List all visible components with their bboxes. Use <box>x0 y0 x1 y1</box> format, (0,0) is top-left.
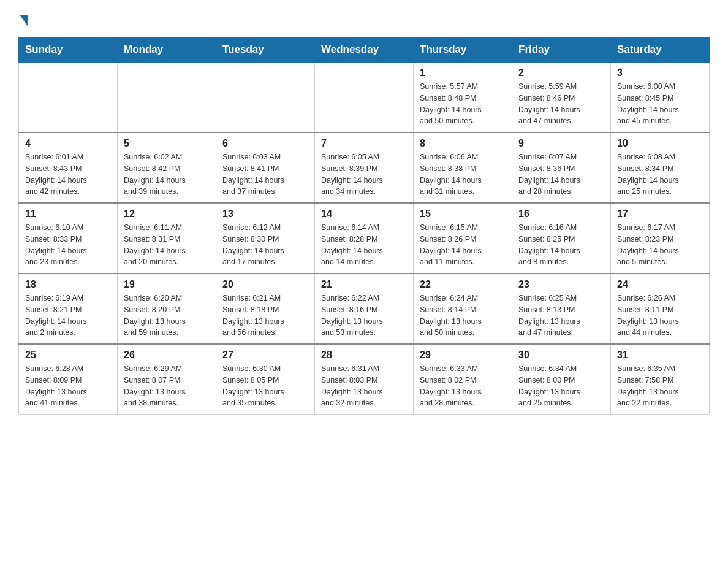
day-info: Sunrise: 6:35 AM Sunset: 7:58 PM Dayligh… <box>617 363 703 409</box>
day-number: 18 <box>25 279 111 290</box>
day-info: Sunrise: 6:22 AM Sunset: 8:16 PM Dayligh… <box>321 293 407 339</box>
weekday-header-wednesday: Wednesday <box>315 37 414 63</box>
day-number: 1 <box>420 67 506 79</box>
calendar-cell: 24Sunrise: 6:26 AM Sunset: 8:11 PM Dayli… <box>611 274 710 344</box>
calendar-cell: 21Sunrise: 6:22 AM Sunset: 8:16 PM Dayli… <box>315 274 414 344</box>
day-number: 7 <box>321 138 407 149</box>
calendar-cell: 29Sunrise: 6:33 AM Sunset: 8:02 PM Dayli… <box>414 344 512 415</box>
day-number: 24 <box>617 279 703 290</box>
calendar-cell: 19Sunrise: 6:20 AM Sunset: 8:20 PM Dayli… <box>118 274 216 344</box>
day-info: Sunrise: 6:29 AM Sunset: 8:07 PM Dayligh… <box>124 363 210 409</box>
calendar-cell <box>315 63 414 133</box>
day-info: Sunrise: 6:14 AM Sunset: 8:28 PM Dayligh… <box>321 222 407 268</box>
calendar-cell: 26Sunrise: 6:29 AM Sunset: 8:07 PM Dayli… <box>118 344 216 415</box>
day-number: 21 <box>321 279 407 290</box>
day-number: 11 <box>25 209 111 220</box>
calendar-week-1: 1Sunrise: 5:57 AM Sunset: 8:48 PM Daylig… <box>19 63 710 133</box>
calendar-cell: 31Sunrise: 6:35 AM Sunset: 7:58 PM Dayli… <box>611 344 710 415</box>
weekday-header-saturday: Saturday <box>611 37 710 63</box>
day-number: 15 <box>420 209 506 220</box>
day-number: 9 <box>518 138 604 149</box>
calendar-week-3: 11Sunrise: 6:10 AM Sunset: 8:33 PM Dayli… <box>19 203 710 274</box>
day-info: Sunrise: 6:02 AM Sunset: 8:42 PM Dayligh… <box>124 151 210 197</box>
day-info: Sunrise: 6:00 AM Sunset: 8:45 PM Dayligh… <box>617 81 703 127</box>
day-number: 26 <box>124 350 210 361</box>
calendar-cell: 23Sunrise: 6:25 AM Sunset: 8:13 PM Dayli… <box>512 274 611 344</box>
day-info: Sunrise: 6:15 AM Sunset: 8:26 PM Dayligh… <box>420 222 506 268</box>
day-number: 12 <box>124 209 210 220</box>
weekday-header-friday: Friday <box>512 37 611 63</box>
day-number: 23 <box>518 279 604 290</box>
day-info: Sunrise: 6:17 AM Sunset: 8:23 PM Dayligh… <box>617 222 703 268</box>
header <box>18 12 710 27</box>
logo <box>18 12 28 27</box>
day-number: 5 <box>124 138 210 149</box>
calendar-table: SundayMondayTuesdayWednesdayThursdayFrid… <box>18 37 710 415</box>
weekday-header-row: SundayMondayTuesdayWednesdayThursdayFrid… <box>19 37 710 63</box>
day-info: Sunrise: 5:59 AM Sunset: 8:46 PM Dayligh… <box>518 81 604 127</box>
day-info: Sunrise: 6:05 AM Sunset: 8:39 PM Dayligh… <box>321 151 407 197</box>
day-number: 6 <box>222 138 308 149</box>
calendar-cell: 4Sunrise: 6:01 AM Sunset: 8:43 PM Daylig… <box>19 132 118 203</box>
day-info: Sunrise: 6:01 AM Sunset: 8:43 PM Dayligh… <box>25 151 111 197</box>
calendar-cell: 10Sunrise: 6:08 AM Sunset: 8:34 PM Dayli… <box>611 132 710 203</box>
calendar-cell: 28Sunrise: 6:31 AM Sunset: 8:03 PM Dayli… <box>315 344 414 415</box>
day-info: Sunrise: 6:33 AM Sunset: 8:02 PM Dayligh… <box>420 363 506 409</box>
day-info: Sunrise: 5:57 AM Sunset: 8:48 PM Dayligh… <box>420 81 506 127</box>
calendar-cell: 27Sunrise: 6:30 AM Sunset: 8:05 PM Dayli… <box>216 344 315 415</box>
day-number: 25 <box>25 350 111 361</box>
day-number: 19 <box>124 279 210 290</box>
day-info: Sunrise: 6:30 AM Sunset: 8:05 PM Dayligh… <box>222 363 308 409</box>
weekday-header-sunday: Sunday <box>19 37 118 63</box>
calendar-cell: 13Sunrise: 6:12 AM Sunset: 8:30 PM Dayli… <box>216 203 315 274</box>
calendar-cell: 15Sunrise: 6:15 AM Sunset: 8:26 PM Dayli… <box>414 203 512 274</box>
calendar-cell: 5Sunrise: 6:02 AM Sunset: 8:42 PM Daylig… <box>118 132 216 203</box>
day-number: 8 <box>420 138 506 149</box>
day-number: 16 <box>518 209 604 220</box>
day-info: Sunrise: 6:11 AM Sunset: 8:31 PM Dayligh… <box>124 222 210 268</box>
calendar-cell <box>118 63 216 133</box>
calendar-cell: 3Sunrise: 6:00 AM Sunset: 8:45 PM Daylig… <box>611 63 710 133</box>
weekday-header-tuesday: Tuesday <box>216 37 315 63</box>
calendar-cell: 18Sunrise: 6:19 AM Sunset: 8:21 PM Dayli… <box>19 274 118 344</box>
day-number: 13 <box>222 209 308 220</box>
day-info: Sunrise: 6:10 AM Sunset: 8:33 PM Dayligh… <box>25 222 111 268</box>
day-info: Sunrise: 6:20 AM Sunset: 8:20 PM Dayligh… <box>124 293 210 339</box>
day-number: 29 <box>420 350 506 361</box>
calendar-cell: 12Sunrise: 6:11 AM Sunset: 8:31 PM Dayli… <box>118 203 216 274</box>
calendar-cell: 20Sunrise: 6:21 AM Sunset: 8:18 PM Dayli… <box>216 274 315 344</box>
calendar-cell: 7Sunrise: 6:05 AM Sunset: 8:39 PM Daylig… <box>315 132 414 203</box>
calendar-cell: 2Sunrise: 5:59 AM Sunset: 8:46 PM Daylig… <box>512 63 611 133</box>
day-number: 30 <box>518 350 604 361</box>
day-info: Sunrise: 6:24 AM Sunset: 8:14 PM Dayligh… <box>420 293 506 339</box>
calendar-cell: 9Sunrise: 6:07 AM Sunset: 8:36 PM Daylig… <box>512 132 611 203</box>
calendar-cell: 11Sunrise: 6:10 AM Sunset: 8:33 PM Dayli… <box>19 203 118 274</box>
day-info: Sunrise: 6:21 AM Sunset: 8:18 PM Dayligh… <box>222 293 308 339</box>
day-info: Sunrise: 6:07 AM Sunset: 8:36 PM Dayligh… <box>518 151 604 197</box>
calendar-cell: 25Sunrise: 6:28 AM Sunset: 8:09 PM Dayli… <box>19 344 118 415</box>
day-number: 3 <box>617 67 703 79</box>
calendar-cell: 16Sunrise: 6:16 AM Sunset: 8:25 PM Dayli… <box>512 203 611 274</box>
day-number: 4 <box>25 138 111 149</box>
calendar-week-5: 25Sunrise: 6:28 AM Sunset: 8:09 PM Dayli… <box>19 344 710 415</box>
day-info: Sunrise: 6:31 AM Sunset: 8:03 PM Dayligh… <box>321 363 407 409</box>
day-number: 10 <box>617 138 703 149</box>
day-info: Sunrise: 6:25 AM Sunset: 8:13 PM Dayligh… <box>518 293 604 339</box>
day-info: Sunrise: 6:16 AM Sunset: 8:25 PM Dayligh… <box>518 222 604 268</box>
day-number: 31 <box>617 350 703 361</box>
day-info: Sunrise: 6:34 AM Sunset: 8:00 PM Dayligh… <box>518 363 604 409</box>
calendar-cell <box>19 63 118 133</box>
day-number: 20 <box>222 279 308 290</box>
day-info: Sunrise: 6:03 AM Sunset: 8:41 PM Dayligh… <box>222 151 308 197</box>
day-number: 27 <box>222 350 308 361</box>
day-info: Sunrise: 6:26 AM Sunset: 8:11 PM Dayligh… <box>617 293 703 339</box>
day-number: 2 <box>518 67 604 79</box>
logo-triangle-icon <box>20 15 28 27</box>
day-info: Sunrise: 6:06 AM Sunset: 8:38 PM Dayligh… <box>420 151 506 197</box>
calendar-cell: 8Sunrise: 6:06 AM Sunset: 8:38 PM Daylig… <box>414 132 512 203</box>
day-info: Sunrise: 6:12 AM Sunset: 8:30 PM Dayligh… <box>222 222 308 268</box>
calendar-week-4: 18Sunrise: 6:19 AM Sunset: 8:21 PM Dayli… <box>19 274 710 344</box>
calendar-cell: 22Sunrise: 6:24 AM Sunset: 8:14 PM Dayli… <box>414 274 512 344</box>
day-info: Sunrise: 6:28 AM Sunset: 8:09 PM Dayligh… <box>25 363 111 409</box>
day-info: Sunrise: 6:08 AM Sunset: 8:34 PM Dayligh… <box>617 151 703 197</box>
